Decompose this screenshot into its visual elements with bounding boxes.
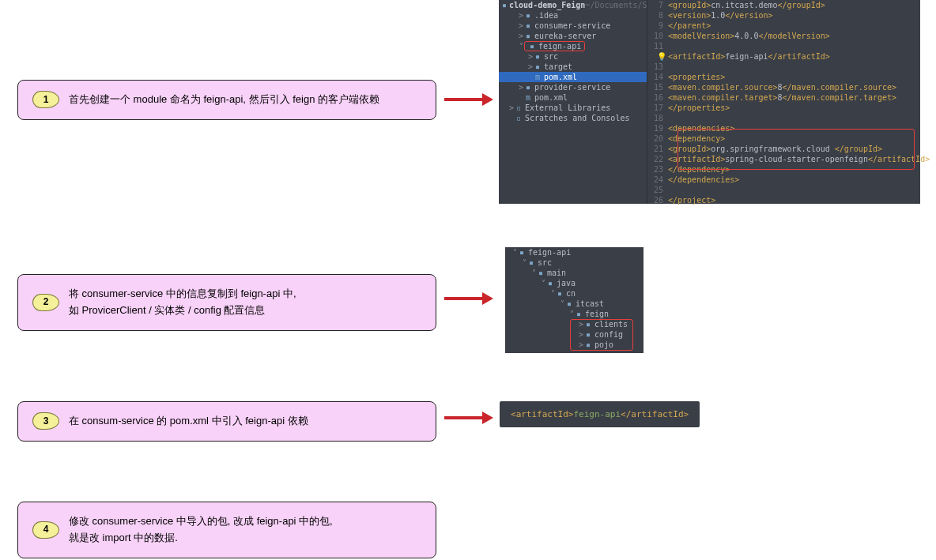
tree-item[interactable]: mpom.xml xyxy=(499,72,647,82)
snippet-value: feign-api xyxy=(573,409,621,419)
step-4-box: 4 修改 consumer-service 中导入的包, 改成 feign-ap… xyxy=(17,502,436,558)
tree-item[interactable]: > ▪consumer-service xyxy=(499,21,647,31)
ide-project-tree: ▪cloud-demo_Feign ~/Documents/Study/Git/… xyxy=(499,0,647,204)
step-4-text-2: 就是改 import 中的数据. xyxy=(69,530,421,547)
snippet-close: </artifactId> xyxy=(621,409,689,419)
code-line: 16 <maven.compiler.target>8</maven.compi… xyxy=(647,92,920,103)
code-line: 13 xyxy=(647,62,920,72)
code-line: 26</project> xyxy=(647,195,920,205)
code-line: 14 <properties> xyxy=(647,72,920,82)
tree-item[interactable]: > ▪target xyxy=(499,62,647,72)
tree-item[interactable]: ▫Scratches and Consoles xyxy=(499,113,647,123)
tree-item[interactable]: ˅ ▪cn xyxy=(505,288,644,299)
step-2-text-1: 将 consumer-service 中的信息复制到 feign-api 中, xyxy=(69,286,421,303)
step-1-text: 首先创建一个 module 命名为 feign-api, 然后引入 feign … xyxy=(69,92,421,108)
ide-pom-editor: 7 <groupId>cn.itcast.demo</groupId>8 <ve… xyxy=(647,0,920,204)
code-line: 15 <maven.compiler.source>8</maven.compi… xyxy=(647,82,920,92)
tree-item[interactable]: ˅ ▪main xyxy=(505,268,644,278)
step-1-box: 1 首先创建一个 module 命名为 feign-api, 然后引入 feig… xyxy=(17,80,436,120)
tree-item[interactable]: > ▪.idea xyxy=(499,10,647,21)
code-line: 18 xyxy=(647,113,920,123)
tree-item[interactable]: ˅ ▪feign-api xyxy=(499,41,647,51)
arrow-1 xyxy=(444,93,493,106)
code-line: 25 xyxy=(647,185,920,195)
tree-item[interactable]: > ▪eureka-server xyxy=(499,31,647,41)
arrow-2 xyxy=(444,292,493,305)
step-3-badge: 3 xyxy=(32,412,59,430)
code-line: 8 <version>1.0</version> xyxy=(647,10,920,21)
step-4-text-1: 修改 consumer-service 中导入的包, 改成 feign-api … xyxy=(69,513,421,530)
step-2-badge: 2 xyxy=(32,294,59,311)
tree-item[interactable]: > ▪src xyxy=(499,51,647,62)
arrow-3 xyxy=(444,412,493,424)
step-1-badge: 1 xyxy=(32,91,59,108)
step-2-box: 2 将 consumer-service 中的信息复制到 feign-api 中… xyxy=(17,274,436,331)
project-root[interactable]: ▪cloud-demo_Feign ~/Documents/Study/Git/… xyxy=(499,0,647,10)
code-line: 7 <groupId>cn.itcast.demo</groupId> xyxy=(647,0,920,10)
artifact-snippet: <artifactId>feign-api</artifactId> xyxy=(500,401,700,427)
code-line: 11 xyxy=(647,41,920,51)
tree-item[interactable]: > ▫External Libraries xyxy=(499,103,647,113)
snippet-open: <artifactId> xyxy=(511,409,573,419)
code-line: 10 <modelVersion>4.0.0</modelVersion> xyxy=(647,31,920,41)
step-3-text: 在 consum-service 的 pom.xml 中引入 feign-api… xyxy=(69,413,421,430)
code-line: 9 </parent> xyxy=(647,21,920,31)
code-line: 💡 <artifactId>feign-api</artifactId> xyxy=(647,51,920,62)
tree-item[interactable]: ˅ ▪java xyxy=(505,278,644,288)
tree-item[interactable]: > ▪provider-service xyxy=(499,82,647,92)
code-line: 24 </dependencies> xyxy=(647,175,920,185)
tree-item[interactable]: ˅ ▪src xyxy=(505,257,644,268)
step-4-badge: 4 xyxy=(32,521,59,539)
step-3-box: 3 在 consum-service 的 pom.xml 中引入 feign-a… xyxy=(17,401,436,442)
step-2-text-2: 如 ProvicerClient / 实体类 / config 配置信息 xyxy=(69,303,421,319)
tree-item[interactable]: ˅ ▪feign-api xyxy=(505,247,644,257)
ide-package-tree: ˅ ▪feign-api˅ ▪src˅ ▪main˅ ▪java˅ ▪cn˅ ▪… xyxy=(505,247,644,353)
tree-item[interactable]: ˅ ▪itcast xyxy=(505,299,644,309)
pom-dependency-highlight xyxy=(677,129,915,170)
tree-item[interactable]: mpom.xml xyxy=(499,92,647,103)
tree-item[interactable]: ˅ ▪feign xyxy=(505,309,644,319)
package-highlight xyxy=(570,319,633,351)
code-line: 17 </properties> xyxy=(647,103,920,113)
